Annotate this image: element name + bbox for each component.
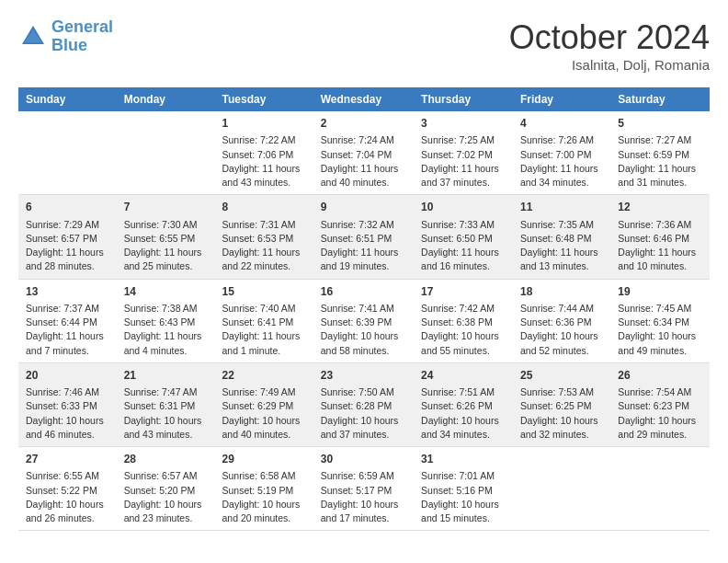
day-info: Sunrise: 7:24 AM Sunset: 7:04 PM Dayligh… [321, 133, 406, 190]
day-number: 16 [321, 284, 406, 300]
calendar-cell: 27Sunrise: 6:55 AM Sunset: 5:22 PM Dayli… [18, 447, 117, 531]
day-info: Sunrise: 7:54 AM Sunset: 6:23 PM Dayligh… [618, 385, 702, 442]
day-info: Sunrise: 7:32 AM Sunset: 6:51 PM Dayligh… [321, 218, 406, 274]
day-info: Sunrise: 7:42 AM Sunset: 6:38 PM Dayligh… [421, 302, 506, 358]
day-info: Sunrise: 7:01 AM Sunset: 5:16 PM Dayligh… [421, 469, 506, 525]
week-row-2: 6Sunrise: 7:29 AM Sunset: 6:57 PM Daylig… [18, 195, 710, 279]
day-number: 23 [321, 368, 406, 384]
day-info: Sunrise: 7:44 AM Sunset: 6:36 PM Dayligh… [520, 302, 603, 358]
calendar-cell: 6Sunrise: 7:29 AM Sunset: 6:57 PM Daylig… [18, 195, 117, 279]
day-number: 20 [26, 368, 109, 384]
day-number: 28 [124, 452, 208, 467]
day-number: 19 [618, 284, 702, 300]
calendar-cell: 1Sunrise: 7:22 AM Sunset: 7:06 PM Daylig… [215, 111, 313, 195]
calendar-cell: 4Sunrise: 7:26 AM Sunset: 7:00 PM Daylig… [513, 111, 610, 195]
calendar-table: SundayMondayTuesdayWednesdayThursdayFrid… [18, 87, 710, 531]
day-number: 22 [222, 368, 306, 384]
day-info: Sunrise: 7:29 AM Sunset: 6:57 PM Dayligh… [26, 218, 109, 274]
weekday-header-saturday: Saturday [610, 87, 710, 111]
calendar-cell: 14Sunrise: 7:38 AM Sunset: 6:43 PM Dayli… [117, 279, 215, 362]
calendar-cell: 25Sunrise: 7:53 AM Sunset: 6:25 PM Dayli… [513, 362, 610, 446]
calendar-cell: 11Sunrise: 7:35 AM Sunset: 6:48 PM Dayli… [513, 195, 610, 279]
day-number: 12 [618, 200, 702, 215]
weekday-header-tuesday: Tuesday [215, 87, 313, 111]
day-number: 2 [321, 116, 406, 132]
day-info: Sunrise: 7:41 AM Sunset: 6:39 PM Dayligh… [321, 302, 406, 358]
calendar-cell [513, 447, 610, 531]
calendar-cell: 10Sunrise: 7:33 AM Sunset: 6:50 PM Dayli… [414, 195, 513, 279]
calendar-cell: 7Sunrise: 7:30 AM Sunset: 6:55 PM Daylig… [117, 195, 215, 279]
day-info: Sunrise: 7:50 AM Sunset: 6:28 PM Dayligh… [321, 385, 406, 442]
day-info: Sunrise: 7:22 AM Sunset: 7:06 PM Dayligh… [222, 133, 306, 190]
title-block: October 2024 Isalnita, Dolj, Romania [509, 18, 710, 73]
calendar-cell: 12Sunrise: 7:36 AM Sunset: 6:46 PM Dayli… [610, 195, 710, 279]
weekday-header-friday: Friday [513, 87, 610, 111]
day-info: Sunrise: 6:57 AM Sunset: 5:20 PM Dayligh… [124, 469, 208, 525]
calendar-cell: 8Sunrise: 7:31 AM Sunset: 6:53 PM Daylig… [215, 195, 313, 279]
day-number: 3 [421, 116, 506, 132]
day-info: Sunrise: 7:37 AM Sunset: 6:44 PM Dayligh… [26, 302, 109, 358]
day-info: Sunrise: 7:47 AM Sunset: 6:31 PM Dayligh… [124, 385, 208, 442]
day-info: Sunrise: 6:58 AM Sunset: 5:19 PM Dayligh… [222, 469, 306, 525]
calendar-cell: 22Sunrise: 7:49 AM Sunset: 6:29 PM Dayli… [215, 362, 313, 446]
week-row-4: 20Sunrise: 7:46 AM Sunset: 6:33 PM Dayli… [18, 362, 710, 446]
logo-icon [18, 22, 48, 52]
calendar-cell: 23Sunrise: 7:50 AM Sunset: 6:28 PM Dayli… [313, 362, 414, 446]
weekday-header-sunday: Sunday [18, 87, 117, 111]
day-info: Sunrise: 6:59 AM Sunset: 5:17 PM Dayligh… [321, 469, 406, 525]
calendar-cell [18, 111, 117, 195]
day-info: Sunrise: 7:53 AM Sunset: 6:25 PM Dayligh… [520, 385, 603, 442]
weekday-header-row: SundayMondayTuesdayWednesdayThursdayFrid… [18, 87, 710, 111]
day-number: 11 [520, 200, 603, 215]
week-row-5: 27Sunrise: 6:55 AM Sunset: 5:22 PM Dayli… [18, 447, 710, 531]
day-number: 14 [124, 284, 208, 300]
day-info: Sunrise: 7:31 AM Sunset: 6:53 PM Dayligh… [222, 218, 306, 274]
calendar-cell: 19Sunrise: 7:45 AM Sunset: 6:34 PM Dayli… [610, 279, 710, 362]
day-info: Sunrise: 7:46 AM Sunset: 6:33 PM Dayligh… [26, 385, 109, 442]
day-number: 17 [421, 284, 506, 300]
calendar-cell: 20Sunrise: 7:46 AM Sunset: 6:33 PM Dayli… [18, 362, 117, 446]
day-number: 30 [321, 452, 406, 467]
day-number: 4 [520, 116, 603, 132]
calendar-cell: 29Sunrise: 6:58 AM Sunset: 5:19 PM Dayli… [215, 447, 313, 531]
day-info: Sunrise: 6:55 AM Sunset: 5:22 PM Dayligh… [26, 469, 109, 525]
calendar-cell: 30Sunrise: 6:59 AM Sunset: 5:17 PM Dayli… [313, 447, 414, 531]
calendar-cell: 31Sunrise: 7:01 AM Sunset: 5:16 PM Dayli… [414, 447, 513, 531]
day-number: 21 [124, 368, 208, 384]
day-info: Sunrise: 7:38 AM Sunset: 6:43 PM Dayligh… [124, 302, 208, 358]
day-number: 27 [26, 452, 109, 467]
calendar-cell: 15Sunrise: 7:40 AM Sunset: 6:41 PM Dayli… [215, 279, 313, 362]
week-row-1: 1Sunrise: 7:22 AM Sunset: 7:06 PM Daylig… [18, 111, 710, 195]
calendar-cell: 9Sunrise: 7:32 AM Sunset: 6:51 PM Daylig… [313, 195, 414, 279]
logo-line1: General [51, 17, 113, 36]
logo: General Blue [18, 18, 113, 55]
location: Isalnita, Dolj, Romania [509, 57, 710, 73]
day-number: 5 [618, 116, 702, 132]
weekday-header-thursday: Thursday [414, 87, 513, 111]
page-header: General Blue October 2024 Isalnita, Dolj… [18, 18, 710, 73]
day-number: 15 [222, 284, 306, 300]
weekday-header-wednesday: Wednesday [313, 87, 414, 111]
day-info: Sunrise: 7:36 AM Sunset: 6:46 PM Dayligh… [618, 218, 702, 274]
calendar-cell: 3Sunrise: 7:25 AM Sunset: 7:02 PM Daylig… [414, 111, 513, 195]
day-info: Sunrise: 7:51 AM Sunset: 6:26 PM Dayligh… [421, 385, 506, 442]
day-info: Sunrise: 7:25 AM Sunset: 7:02 PM Dayligh… [421, 133, 506, 190]
day-number: 10 [421, 200, 506, 215]
day-number: 18 [520, 284, 603, 300]
day-number: 8 [222, 200, 306, 215]
day-number: 13 [26, 284, 109, 300]
day-number: 6 [26, 200, 109, 215]
day-info: Sunrise: 7:27 AM Sunset: 6:59 PM Dayligh… [618, 133, 702, 190]
calendar-cell: 18Sunrise: 7:44 AM Sunset: 6:36 PM Dayli… [513, 279, 610, 362]
day-number: 25 [520, 368, 603, 384]
calendar-cell [610, 447, 710, 531]
calendar-cell [117, 111, 215, 195]
calendar-cell: 5Sunrise: 7:27 AM Sunset: 6:59 PM Daylig… [610, 111, 710, 195]
day-number: 29 [222, 452, 306, 467]
weekday-header-monday: Monday [117, 87, 215, 111]
day-number: 24 [421, 368, 506, 384]
day-number: 7 [124, 200, 208, 215]
calendar-cell: 26Sunrise: 7:54 AM Sunset: 6:23 PM Dayli… [610, 362, 710, 446]
calendar-cell: 28Sunrise: 6:57 AM Sunset: 5:20 PM Dayli… [117, 447, 215, 531]
logo-line2: Blue [51, 36, 87, 54]
